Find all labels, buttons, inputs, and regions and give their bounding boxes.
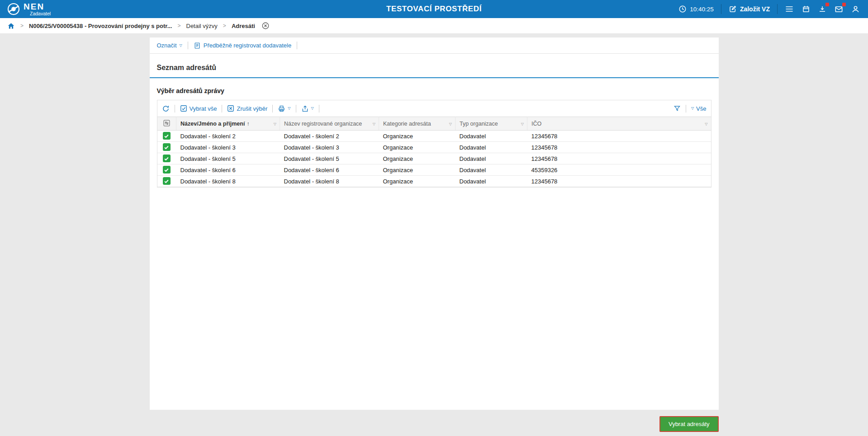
- cell-name: Dodavatel - školení 2: [176, 131, 280, 142]
- toolbar-divider: [175, 105, 175, 113]
- clock-widget: 10:40:25: [678, 4, 715, 14]
- cell-category: Organizace: [379, 142, 455, 153]
- row-checkbox-checked[interactable]: [163, 143, 171, 151]
- create-vz-button[interactable]: Založit VZ: [728, 4, 771, 14]
- table-row[interactable]: Dodavatel - školení 3 Dodavatel - školen…: [157, 142, 711, 153]
- cell-type: Dodavatel: [455, 164, 527, 176]
- nen-logo[interactable]: NEN Zadavatel: [7, 2, 51, 16]
- row-checkbox-checked[interactable]: [163, 166, 171, 173]
- topbar-divider: [777, 4, 778, 14]
- edit-icon: [729, 5, 737, 13]
- table-row[interactable]: Dodavatel - školení 6 Dodavatel - školen…: [157, 164, 711, 176]
- cell-name: Dodavatel - školení 3: [176, 142, 280, 153]
- column-label: Název/Jméno a příjmení: [180, 121, 245, 127]
- column-header-name[interactable]: Název/Jméno a příjmení↑ ▽: [176, 117, 280, 131]
- breadcrumb-item-current[interactable]: Adresáti: [232, 23, 255, 29]
- table-row[interactable]: Dodavatel - školení 8 Dodavatel - školen…: [157, 176, 711, 187]
- brand-role: Zadavatel: [30, 11, 51, 16]
- cell-ico: 12345678: [527, 131, 711, 142]
- toolbar-divider: [319, 105, 319, 113]
- selection-settings-icon[interactable]: [163, 119, 171, 127]
- cell-org: Dodavatel - školení 6: [280, 164, 379, 176]
- toolbar-divider: [222, 105, 222, 113]
- chevron-right-icon: >: [223, 23, 226, 29]
- downloads-button[interactable]: [817, 4, 827, 14]
- export-dropdown[interactable]: ▽: [301, 105, 314, 113]
- cell-type: Dodavatel: [455, 176, 527, 187]
- cell-name: Dodavatel - školení 6: [176, 164, 280, 176]
- cell-org: Dodavatel - školení 2: [280, 131, 379, 142]
- section-body: Výběr adresátů zprávy: [150, 78, 719, 188]
- profile-button[interactable]: [850, 4, 861, 14]
- column-label: Kategorie adresáta: [383, 121, 431, 127]
- column-label: Název registrované organizace: [284, 121, 362, 127]
- select-all-label: Vybrat vše: [190, 105, 217, 112]
- print-dropdown[interactable]: ▽: [278, 105, 290, 113]
- hamburger-icon: [785, 5, 794, 14]
- cell-category: Organizace: [379, 176, 455, 187]
- toolbar-divider: [296, 105, 296, 113]
- messages-badge: [842, 3, 846, 6]
- top-bar: NEN Zadavatel TESTOVACÍ PROSTŘEDÍ 10:40:…: [0, 0, 868, 18]
- cell-name: Dodavatel - školení 8: [176, 176, 280, 187]
- breadcrumb-item-detail[interactable]: Detail výzvy: [186, 23, 218, 29]
- select-recipients-button[interactable]: Vybrat adresáty: [659, 416, 719, 432]
- cell-type: Dodavatel: [455, 131, 527, 142]
- column-header-category[interactable]: Kategorie adresáta ▽: [379, 117, 455, 131]
- chevron-down-icon: ▽: [288, 107, 290, 110]
- content-panel: Označit ▽ Předběžně registrovat dodavate…: [150, 38, 719, 410]
- select-all-button[interactable]: Vybrat vše: [180, 105, 217, 112]
- table-row[interactable]: Dodavatel - školení 2 Dodavatel - školen…: [157, 131, 711, 142]
- page-title: Seznam adresátů: [150, 54, 719, 78]
- row-checkbox-checked[interactable]: [163, 132, 171, 140]
- column-header-ico[interactable]: IČO ▽: [527, 117, 711, 131]
- cell-category: Organizace: [379, 131, 455, 142]
- cell-org: Dodavatel - školení 5: [280, 153, 379, 164]
- chevron-down-icon: ▽: [180, 44, 182, 47]
- document-icon: [194, 42, 201, 49]
- cell-ico: 45359326: [527, 164, 711, 176]
- toolbar-divider: [272, 105, 273, 113]
- cell-org: Dodavatel - školení 8: [280, 176, 379, 187]
- breadcrumb-item-contract[interactable]: N006/25/V00005438 - Provozování prodejny…: [29, 23, 172, 29]
- column-header-type[interactable]: Typ organizace ▽: [455, 117, 527, 131]
- user-icon: [851, 5, 860, 14]
- row-checkbox-checked[interactable]: [163, 155, 171, 162]
- brand-name: NEN: [24, 2, 51, 11]
- grid-toolbar-right: ▽ Vše: [674, 105, 707, 113]
- column-filter-icon[interactable]: ▽: [449, 122, 452, 126]
- cell-category: Organizace: [379, 164, 455, 176]
- column-filter-icon[interactable]: ▽: [705, 122, 707, 126]
- preregister-supplier-button[interactable]: Předběžně registrovat dodavatele: [194, 42, 291, 49]
- table-header-row: Název/Jméno a příjmení↑ ▽ Název registro…: [157, 117, 711, 131]
- cell-type: Dodavatel: [455, 142, 527, 153]
- filter-all-label: Vše: [696, 105, 706, 112]
- mark-dropdown[interactable]: Označit ▽: [157, 42, 182, 49]
- checkbox-x-icon: [227, 105, 234, 112]
- row-checkbox-checked[interactable]: [163, 177, 171, 185]
- preregister-label: Předběžně registrovat dodavatele: [204, 42, 291, 49]
- column-label: IČO: [531, 121, 541, 127]
- clear-selection-button[interactable]: Zrušit výběr: [227, 105, 267, 112]
- printer-icon: [278, 105, 285, 113]
- table-row[interactable]: Dodavatel - školení 5 Dodavatel - školen…: [157, 153, 711, 164]
- column-header-selection: [157, 117, 176, 131]
- home-icon[interactable]: [7, 22, 15, 30]
- column-header-org[interactable]: Název registrované organizace ▽: [280, 117, 379, 131]
- refresh-button[interactable]: [162, 105, 170, 113]
- chevron-right-icon: >: [177, 23, 180, 29]
- column-filter-icon[interactable]: ▽: [274, 122, 276, 126]
- close-icon[interactable]: [261, 22, 270, 30]
- column-filter-icon[interactable]: ▽: [373, 122, 375, 126]
- column-filter-icon[interactable]: ▽: [521, 122, 524, 126]
- downloads-badge: [825, 3, 829, 6]
- toolbar-divider: [686, 105, 686, 113]
- calendar-button[interactable]: [801, 4, 811, 14]
- messages-button[interactable]: [834, 4, 844, 14]
- filter-button[interactable]: [674, 105, 681, 112]
- menu-button[interactable]: [784, 4, 795, 14]
- footer-actions: Vybrat adresáty: [150, 410, 719, 436]
- filter-all-dropdown[interactable]: ▽ Vše: [691, 105, 707, 112]
- toolbar-divider: [297, 42, 297, 49]
- breadcrumb: > N006/25/V00005438 - Provozování prodej…: [0, 18, 868, 34]
